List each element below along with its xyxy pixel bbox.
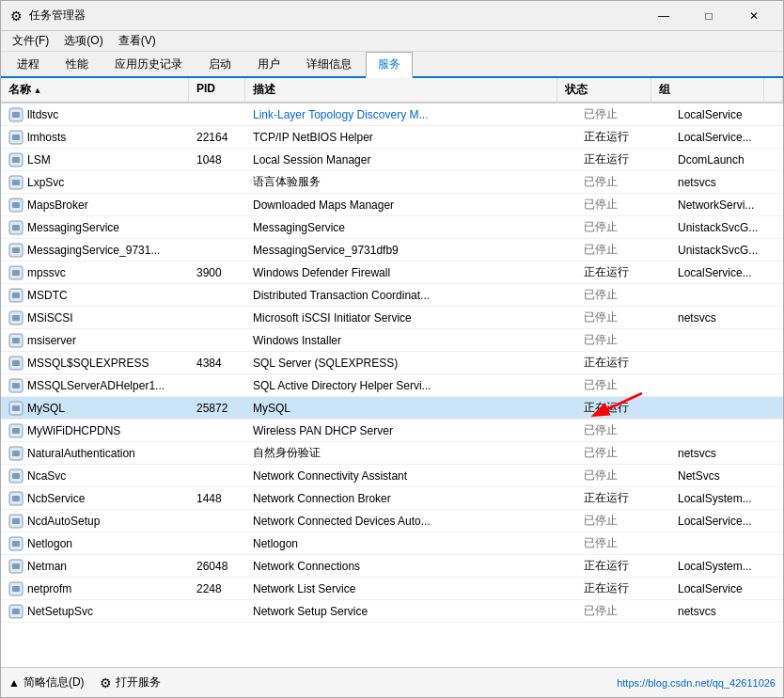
cell-group: netsvcs bbox=[670, 600, 783, 622]
cell-pid: 25872 bbox=[189, 397, 245, 419]
table-row[interactable]: msiserver Windows Installer 已停止 bbox=[1, 329, 783, 352]
cell-desc: 语言体验服务 bbox=[245, 171, 576, 193]
title-bar: ⚙ 任务管理器 — □ ✕ bbox=[1, 1, 783, 31]
cell-pid bbox=[189, 420, 245, 441]
tab-users[interactable]: 用户 bbox=[245, 52, 292, 76]
cell-name: MessagingService bbox=[1, 216, 189, 238]
table-row[interactable]: MapsBroker Downloaded Maps Manager 已停止 N… bbox=[1, 194, 783, 216]
svg-rect-21 bbox=[12, 315, 20, 321]
svg-rect-9 bbox=[12, 180, 20, 185]
cell-pid bbox=[189, 239, 245, 261]
service-icon bbox=[8, 514, 24, 529]
cell-status: 已停止 bbox=[576, 442, 670, 464]
cell-pid: 26048 bbox=[189, 555, 245, 577]
tab-app-history[interactable]: 应用历史记录 bbox=[102, 52, 195, 76]
cell-group bbox=[670, 374, 783, 396]
close-button[interactable]: ✕ bbox=[732, 1, 776, 31]
cell-name: MSiSCSI bbox=[1, 307, 189, 328]
service-icon bbox=[8, 220, 24, 235]
cell-group: LocalService... bbox=[670, 262, 783, 283]
cell-name: MySQL bbox=[1, 397, 189, 419]
col-header-group[interactable]: 组 bbox=[651, 78, 764, 102]
table-row[interactable]: Netman 26048 Network Connections 正在运行 Lo… bbox=[1, 555, 783, 578]
table-row[interactable]: Netlogon Netlogon 已停止 bbox=[1, 532, 783, 555]
service-icon bbox=[8, 310, 24, 325]
cell-group: netsvcs bbox=[670, 307, 783, 328]
cell-status: 正在运行 bbox=[576, 352, 670, 373]
cell-pid bbox=[189, 374, 245, 396]
table-row-mysql[interactable]: MySQL 25872 MySQL 正在运行 bbox=[1, 397, 783, 420]
cell-status: 正在运行 bbox=[576, 578, 670, 599]
open-service-button[interactable]: ⚙ 打开服务 bbox=[100, 674, 161, 690]
cell-pid bbox=[189, 510, 245, 531]
table-row[interactable]: LxpSvc 语言体验服务 已停止 netsvcs bbox=[1, 171, 783, 194]
cell-status: 已停止 bbox=[576, 284, 670, 306]
tab-services[interactable]: 服务 bbox=[366, 52, 413, 78]
cell-group: NetSvcs bbox=[670, 465, 783, 486]
table-row[interactable]: MSSQLServerADHelper1... SQL Active Direc… bbox=[1, 374, 783, 397]
svg-rect-11 bbox=[12, 202, 20, 208]
col-header-status[interactable]: 状态 bbox=[557, 78, 651, 102]
col-header-pid[interactable]: PID bbox=[189, 78, 245, 102]
table-row[interactable]: MSSQL$SQLEXPRESS 4384 SQL Server (SQLEXP… bbox=[1, 352, 783, 374]
svg-rect-17 bbox=[12, 270, 20, 276]
table-row[interactable]: NetSetupSvc Network Setup Service 已停止 ne… bbox=[1, 600, 783, 623]
table-body[interactable]: lltdsvc Link-Layer Topology Discovery M.… bbox=[1, 103, 783, 667]
tab-performance[interactable]: 性能 bbox=[54, 52, 101, 76]
table-row[interactable]: MSDTC Distributed Transaction Coordinat.… bbox=[1, 284, 783, 307]
table-row[interactable]: NcaSvc Network Connectivity Assistant 已停… bbox=[1, 465, 783, 487]
svg-rect-39 bbox=[12, 518, 20, 524]
cell-name: MSDTC bbox=[1, 284, 189, 306]
cell-group: LocalService bbox=[670, 578, 783, 599]
svg-rect-5 bbox=[12, 135, 20, 140]
svg-rect-25 bbox=[12, 360, 20, 366]
cell-group: netsvcs bbox=[670, 171, 783, 193]
menu-view[interactable]: 查看(V) bbox=[111, 31, 164, 51]
cell-name: NcdAutoSetup bbox=[1, 510, 189, 531]
svg-rect-33 bbox=[12, 451, 20, 456]
cell-group bbox=[670, 329, 783, 351]
service-icon bbox=[8, 446, 24, 461]
cell-desc: Wireless PAN DHCP Server bbox=[245, 420, 576, 441]
cell-pid bbox=[189, 216, 245, 238]
svg-rect-27 bbox=[12, 383, 20, 389]
menu-bar: 文件(F) 选项(O) 查看(V) bbox=[1, 31, 783, 52]
table-row[interactable]: lltdsvc Link-Layer Topology Discovery M.… bbox=[1, 103, 783, 126]
table-row[interactable]: MSiSCSI Microsoft iSCSI Initiator Servic… bbox=[1, 307, 783, 329]
tab-details[interactable]: 详细信息 bbox=[294, 52, 364, 76]
cell-desc: Distributed Transaction Coordinat... bbox=[245, 284, 576, 306]
cell-desc: MessagingService bbox=[245, 216, 576, 238]
service-icon bbox=[8, 356, 24, 371]
col-header-desc[interactable]: 描述 bbox=[245, 78, 557, 102]
cell-status: 已停止 bbox=[576, 103, 670, 125]
tab-startup[interactable]: 启动 bbox=[196, 52, 243, 76]
col-header-name[interactable]: 名称 bbox=[1, 78, 189, 102]
table-row[interactable]: MessagingService MessagingService 已停止 Un… bbox=[1, 216, 783, 239]
menu-options[interactable]: 选项(O) bbox=[56, 31, 110, 51]
cell-desc: Windows Installer bbox=[245, 329, 576, 351]
maximize-button[interactable]: □ bbox=[687, 1, 730, 31]
cell-desc: Network Setup Service bbox=[245, 600, 576, 622]
table-row[interactable]: MessagingService_9731... MessagingServic… bbox=[1, 239, 783, 262]
table-row[interactable]: NcdAutoSetup Network Connected Devices A… bbox=[1, 510, 783, 532]
table-row[interactable]: NaturalAuthentication 自然身份验证 已停止 netsvcs bbox=[1, 442, 783, 465]
bottom-bar: ▲ 简略信息(D) ⚙ 打开服务 https://blog.csdn.net/q… bbox=[1, 667, 783, 697]
minimize-button[interactable]: — bbox=[642, 1, 685, 31]
service-icon bbox=[8, 423, 24, 438]
cell-group: LocalSystem... bbox=[670, 487, 783, 509]
table-row[interactable]: mpssvc 3900 Windows Defender Firewall 正在… bbox=[1, 262, 783, 284]
table-row[interactable]: lmhosts 22164 TCP/IP NetBIOS Helper 正在运行… bbox=[1, 126, 783, 149]
cell-desc: Netlogon bbox=[245, 532, 576, 554]
table-row[interactable]: NcbService 1448 Network Connection Broke… bbox=[1, 487, 783, 510]
cell-name: MapsBroker bbox=[1, 194, 189, 215]
cell-pid bbox=[189, 465, 245, 486]
menu-file[interactable]: 文件(F) bbox=[5, 31, 56, 51]
cell-name: netprofm bbox=[1, 578, 189, 599]
tab-process[interactable]: 进程 bbox=[5, 52, 52, 76]
table-row[interactable]: netprofm 2248 Network List Service 正在运行 … bbox=[1, 578, 783, 600]
svg-rect-47 bbox=[12, 609, 20, 614]
table-row[interactable]: MyWiFiDHCPDNS Wireless PAN DHCP Server 已… bbox=[1, 420, 783, 442]
expand-button[interactable]: ▲ 简略信息(D) bbox=[8, 674, 85, 690]
table-row[interactable]: LSM 1048 Local Session Manager 正在运行 Dcom… bbox=[1, 149, 783, 171]
cell-status: 已停止 bbox=[576, 510, 670, 531]
